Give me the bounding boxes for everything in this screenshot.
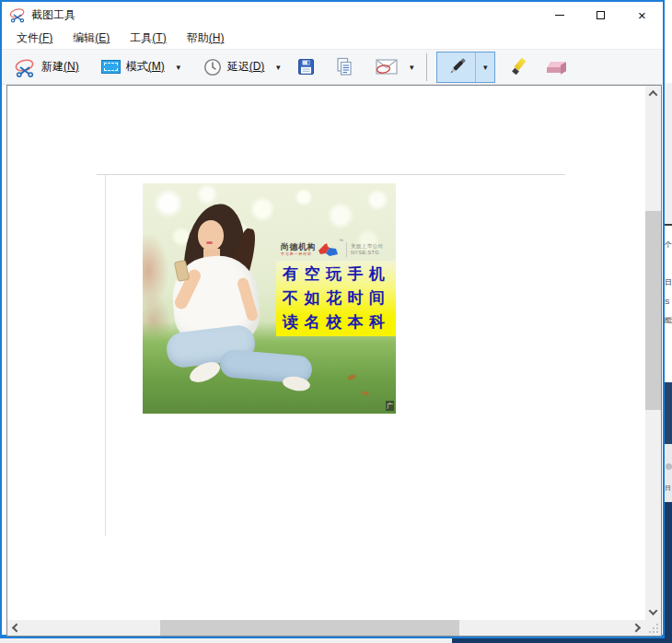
- woman-face: [198, 220, 224, 251]
- ticker-text: NYSE:STG: [351, 250, 383, 256]
- bg-segment: [665, 444, 672, 502]
- brand-tagline: 学习是一种信仰: [281, 252, 316, 256]
- highlighter-icon: [509, 57, 529, 77]
- menu-tools[interactable]: 工具T: [122, 28, 173, 49]
- woman-lips: [206, 241, 213, 244]
- scrollbar-corner[interactable]: [645, 620, 661, 636]
- delay-dropdown-arrow[interactable]: [271, 53, 285, 82]
- bg-partial-text: 日: [665, 279, 672, 286]
- close-button[interactable]: ×: [621, 2, 663, 28]
- menubar: 文件F 编辑E 工具T 帮助H: [2, 28, 663, 49]
- scroll-left-button[interactable]: [7, 620, 23, 636]
- bg-segment: [665, 0, 672, 83]
- toolbar: 新建N 模式M 延迟D: [2, 49, 663, 85]
- menu-edit[interactable]: 编辑E: [65, 28, 117, 49]
- chevron-down-icon: [649, 606, 658, 615]
- bg-partial-text: 能: [665, 317, 672, 324]
- mode-rectangle-icon: [101, 60, 121, 74]
- bg-segment: [665, 502, 672, 643]
- minimize-icon: [555, 15, 564, 16]
- horizontal-scrollbar-thumb[interactable]: [160, 620, 459, 636]
- menu-file[interactable]: 文件F: [9, 28, 60, 49]
- logo-divider: [346, 242, 347, 257]
- bg-partial-text: 日: [665, 484, 671, 493]
- ad-watermark: 广: [386, 401, 394, 411]
- chevron-up-icon: [649, 90, 658, 99]
- pen-button[interactable]: [437, 53, 476, 82]
- bg-partial-text: 个: [665, 241, 672, 249]
- horizontal-scrollbar[interactable]: [7, 620, 645, 636]
- vertical-scrollbar[interactable]: [645, 86, 661, 620]
- scroll-up-button[interactable]: [645, 86, 661, 101]
- sunlands-logo-row: 尚德机构 学习是一种信仰 ™ 美股上市公司 NYSE:STG: [281, 236, 395, 263]
- vertical-scrollbar-thumb[interactable]: [645, 211, 661, 410]
- save-icon: [297, 58, 315, 76]
- pen-tool-selected: [436, 52, 495, 83]
- snip-annotation-surface[interactable]: 尚德机构 学习是一种信仰 ™ 美股上市公司 NYSE:STG: [7, 86, 645, 620]
- toolbar-separator: [426, 53, 427, 81]
- email-button[interactable]: [369, 53, 404, 82]
- trademark-symbol: ™: [339, 238, 343, 243]
- menu-help[interactable]: 帮助H: [180, 28, 232, 49]
- eraser-button[interactable]: [539, 53, 574, 82]
- mode-button[interactable]: 模式M: [95, 53, 171, 82]
- save-button[interactable]: [291, 53, 321, 82]
- mode-dropdown-arrow[interactable]: [171, 53, 186, 82]
- bull-logo-icon: [317, 242, 339, 258]
- delay-clock-icon: [203, 58, 222, 76]
- new-snip-icon: [14, 57, 36, 77]
- bg-partial-icon: [666, 463, 672, 470]
- email-icon: [376, 59, 398, 75]
- listing-text: 美股上市公司: [351, 243, 383, 250]
- chevron-right-icon: [631, 624, 641, 633]
- desktop-background-bottom: [0, 638, 665, 643]
- email-dropdown-arrow[interactable]: [404, 53, 419, 82]
- maximize-button[interactable]: [580, 2, 621, 28]
- bg-segment: [665, 382, 672, 444]
- captured-ad-image: 尚德机构 学习是一种信仰 ™ 美股上市公司 NYSE:STG: [143, 183, 396, 414]
- chevron-left-icon: [12, 624, 21, 633]
- headline-line: 不如花时间: [283, 287, 396, 310]
- scroll-down-button[interactable]: [645, 604, 661, 620]
- minimize-button[interactable]: [539, 2, 580, 28]
- headline-line: 有空玩手机: [283, 263, 396, 286]
- window-title: 截图工具: [31, 7, 75, 23]
- snipping-tool-window: 截图工具 × 文件F 编辑E 工具T 帮助H 新建N 模式M: [0, 0, 665, 638]
- pen-icon: [445, 55, 469, 79]
- headline-line: 读名校本科: [283, 311, 396, 333]
- snip-canvas-area: 尚德机构 学习是一种信仰 ™ 美股上市公司 NYSE:STG: [6, 85, 662, 637]
- titlebar[interactable]: 截图工具 ×: [2, 2, 663, 28]
- bg-segment: [665, 83, 672, 224]
- copy-button[interactable]: [329, 53, 360, 82]
- highlighter-button[interactable]: [503, 53, 536, 82]
- pen-dropdown-arrow[interactable]: [476, 53, 494, 82]
- captured-vertical-rule: [105, 174, 106, 536]
- copy-icon: [335, 57, 353, 76]
- delay-button[interactable]: 延迟D: [197, 53, 272, 82]
- eraser-icon: [546, 59, 568, 76]
- brand-name: 尚德机构: [281, 243, 316, 251]
- captured-horizontal-rule: [97, 174, 565, 175]
- maximize-icon: [597, 11, 605, 19]
- resize-grip-icon: [656, 631, 658, 633]
- new-snip-button[interactable]: 新建N: [7, 53, 86, 82]
- close-icon: ×: [638, 8, 646, 22]
- ad-headline-block: 有空玩手机 不如花时间 读名校本科: [276, 261, 396, 336]
- snipping-tool-app-icon: [9, 6, 26, 23]
- scroll-right-button[interactable]: [630, 620, 645, 636]
- bg-partial-text: S: [665, 298, 672, 306]
- desktop-background-right: 个 日 S 能 日: [665, 0, 672, 643]
